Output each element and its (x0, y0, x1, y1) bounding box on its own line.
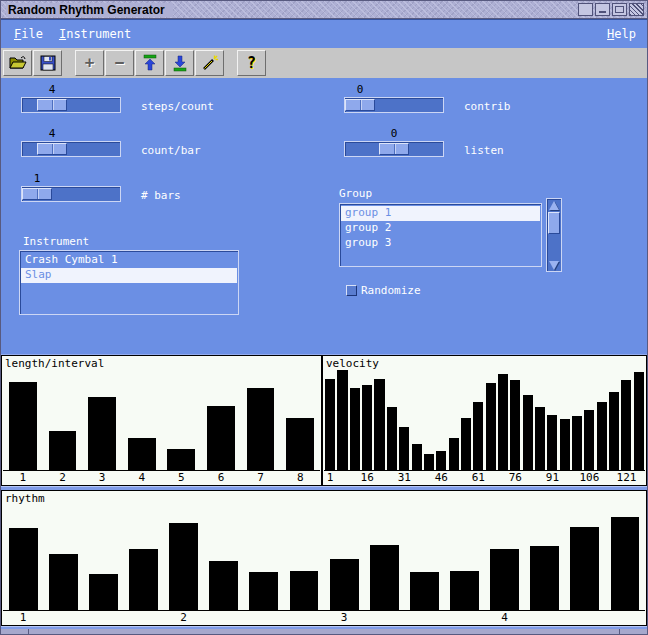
bar[interactable] (128, 438, 156, 470)
bar[interactable] (129, 549, 158, 610)
minimize-button[interactable] (595, 3, 610, 16)
bar[interactable] (621, 380, 631, 470)
slider-handle[interactable] (37, 99, 67, 111)
bar[interactable] (337, 370, 347, 470)
bar[interactable] (547, 415, 557, 470)
contrib-slider: 0 contrib (344, 84, 584, 116)
bar[interactable] (350, 388, 360, 470)
bar[interactable] (362, 385, 372, 471)
maximize-button[interactable] (612, 3, 627, 16)
titlebar[interactable]: Random Rhythm Generator (1, 1, 647, 19)
bar[interactable] (88, 397, 116, 470)
close-button[interactable] (629, 3, 644, 16)
scrollbar-down-button[interactable] (548, 259, 560, 271)
bar[interactable] (597, 402, 607, 470)
bar[interactable] (49, 431, 77, 470)
group-scrollbar[interactable] (546, 198, 562, 272)
chart-title: rhythm (5, 492, 45, 505)
velocity-chart: velocity 1163146617691106121 (322, 355, 647, 486)
bar[interactable] (510, 380, 520, 470)
chart-plot[interactable] (324, 356, 645, 471)
bar[interactable] (611, 517, 640, 610)
bar[interactable] (449, 438, 459, 470)
bar[interactable] (370, 545, 399, 610)
bar[interactable] (209, 561, 238, 610)
bar[interactable] (167, 449, 195, 470)
shade-button[interactable] (578, 3, 593, 16)
bar[interactable] (450, 571, 479, 610)
bar[interactable] (498, 374, 508, 470)
bar[interactable] (374, 379, 384, 470)
bar[interactable] (247, 388, 275, 470)
chart-plot[interactable] (3, 356, 320, 471)
bar[interactable] (387, 407, 397, 470)
bar[interactable] (436, 451, 446, 470)
randomize-checkbox[interactable] (346, 285, 357, 296)
list-item[interactable]: group 2 (341, 221, 540, 236)
bar[interactable] (412, 444, 422, 470)
bar[interactable] (490, 549, 519, 610)
bar[interactable] (169, 523, 198, 610)
bar[interactable] (461, 418, 471, 470)
bar[interactable] (530, 546, 559, 610)
x-tick-label: 2 (59, 472, 66, 484)
bar[interactable] (330, 559, 359, 610)
bar[interactable] (89, 574, 118, 610)
slider-trough[interactable] (21, 186, 121, 202)
bar[interactable] (424, 454, 434, 470)
menu-item-file[interactable]: File (14, 27, 43, 41)
bar[interactable] (570, 527, 599, 610)
slider-handle[interactable] (22, 188, 52, 200)
bar[interactable] (249, 572, 278, 610)
bar[interactable] (286, 418, 314, 470)
bar[interactable] (325, 379, 335, 470)
slider-handle[interactable] (37, 143, 67, 155)
bar[interactable] (535, 407, 545, 470)
resize-grip[interactable] (619, 629, 620, 635)
count-bar-slider: 4 count/bar (21, 128, 261, 160)
bar[interactable] (207, 406, 235, 470)
bar[interactable] (49, 554, 78, 610)
bar[interactable] (634, 372, 644, 470)
help-button[interactable]: ? (237, 50, 266, 76)
chart-plot[interactable] (3, 491, 645, 611)
scrollbar-up-button[interactable] (548, 199, 560, 211)
bar[interactable] (399, 427, 409, 470)
slider-trough[interactable] (344, 97, 444, 113)
bar[interactable] (609, 392, 619, 470)
slider-trough[interactable] (344, 141, 444, 157)
edit-button[interactable] (195, 50, 224, 76)
open-button[interactable] (3, 50, 32, 76)
add-button[interactable]: + (75, 50, 104, 76)
list-item[interactable]: group 1 (341, 206, 540, 221)
list-item[interactable]: Crash Cymbal 1 (21, 253, 237, 268)
bar[interactable] (410, 572, 439, 610)
slider-trough[interactable] (21, 141, 121, 157)
divider (1, 626, 647, 629)
bar[interactable] (560, 419, 570, 470)
menu-item-instrument[interactable]: Instrument (59, 27, 131, 41)
slider-handle[interactable] (345, 99, 375, 111)
bar[interactable] (572, 416, 582, 470)
bar[interactable] (486, 383, 496, 470)
list-item[interactable]: Slap (21, 268, 237, 283)
move-down-button[interactable] (165, 50, 194, 76)
save-button[interactable] (33, 50, 62, 76)
remove-button[interactable]: − (105, 50, 134, 76)
x-tick-label: 7 (257, 472, 264, 484)
list-item[interactable]: group 3 (341, 236, 540, 251)
bar[interactable] (9, 382, 37, 470)
bar[interactable] (584, 410, 594, 470)
scrollbar-thumb[interactable] (548, 212, 560, 234)
bar[interactable] (9, 528, 38, 610)
move-up-button[interactable] (135, 50, 164, 76)
slider-value: 0 (391, 128, 398, 140)
slider-value: 0 (357, 84, 364, 96)
menu-item-help[interactable]: Help (607, 27, 636, 41)
bar[interactable] (290, 571, 319, 610)
bar[interactable] (523, 395, 533, 470)
resize-grip[interactable] (28, 629, 29, 635)
bar[interactable] (473, 402, 483, 470)
slider-trough[interactable] (21, 97, 121, 113)
slider-handle[interactable] (379, 143, 409, 155)
